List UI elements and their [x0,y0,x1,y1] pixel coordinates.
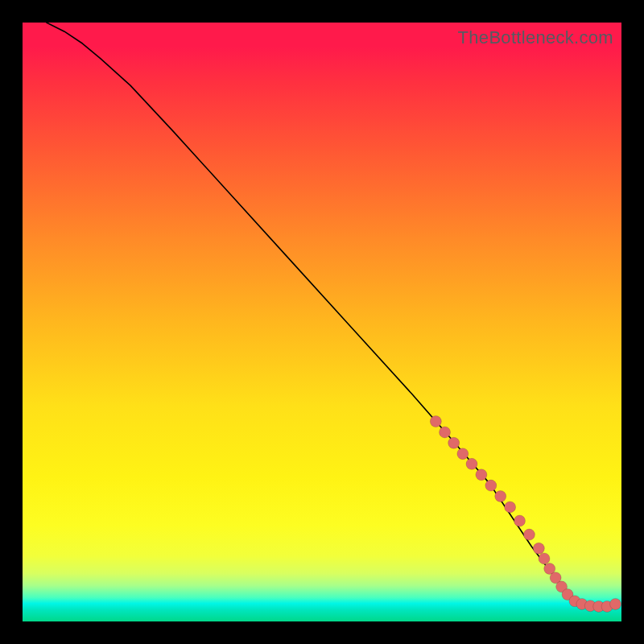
data-point [505,502,516,513]
data-point [476,469,487,481]
data-point [495,491,506,502]
data-point [440,427,451,438]
data-point [523,529,535,540]
data-point [448,437,460,448]
bottleneck-curve [47,23,616,609]
data-point [514,515,526,526]
data-point [610,598,621,609]
chart-overlay [23,23,621,621]
data-point [533,543,544,554]
data-point [539,553,550,564]
data-point [466,458,477,469]
data-point-group [430,416,621,613]
data-point [485,480,497,491]
watermark-text: TheBottleneck.com [458,27,613,48]
data-point [457,448,469,460]
chart-stage: TheBottleneck.com [0,0,644,644]
data-point [430,416,441,427]
plot-area: TheBottleneck.com [23,23,621,621]
